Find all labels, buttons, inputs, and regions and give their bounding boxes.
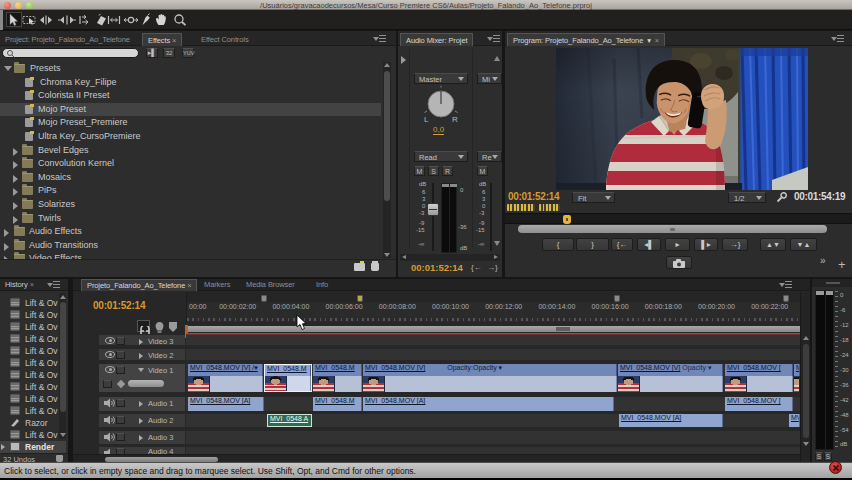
svg-text:R: R: [452, 115, 458, 124]
svg-text:L: L: [424, 115, 429, 124]
